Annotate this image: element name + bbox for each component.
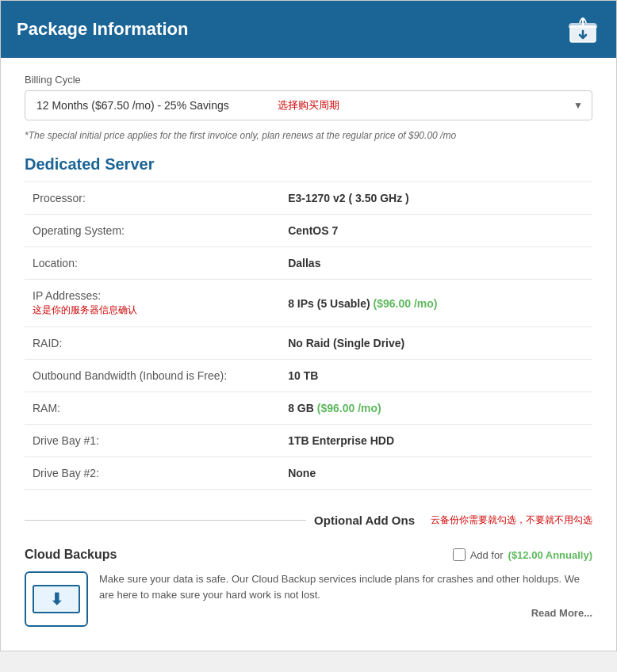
table-row: Drive Bay #2: None [25,457,592,490]
cloud-backups-checkbox[interactable] [453,548,466,561]
main-content: Billing Cycle 12 Months ($67.50 /mo) - 2… [1,58,616,651]
cloud-backups-body: ⬇ Make sure your data is safe. Our Cloud… [25,571,592,627]
cloud-backups-description-area: Make sure your data is safe. Our Cloud B… [99,571,592,619]
add-ons-divider: Optional Add Ons 云备份你需要就勾选，不要就不用勾选 [25,514,592,527]
row-label: RAM: [25,392,280,425]
page-header: Package Information [1,1,616,58]
row-label: IP Addresses: 这是你的服务器信息确认 [25,280,280,327]
row-label: Drive Bay #2: [25,457,280,490]
row-label: Drive Bay #1: [25,425,280,457]
table-row: Processor: E3-1270 v2 ( 3.50 GHz ) [25,182,592,215]
add-ons-annotation: 云备份你需要就勾选，不要就不用勾选 [431,514,592,527]
row-value: 8 GB ($96.00 /mo) [280,392,592,425]
cloud-backups-section: Cloud Backups Add for ($12.00 Annually) … [25,540,592,635]
table-row: Location: Dallas [25,247,592,280]
ram-price: ($96.00 /mo) [317,402,381,414]
row-value: 1TB Enterprise HDD [280,425,592,457]
monitor-icon: ⬇ [33,585,80,613]
download-arrow-icon: ⬇ [50,590,63,609]
row-value: 8 IPs (5 Usable) ($96.00 /mo) [280,280,592,327]
table-row: RAID: No Raid (Single Drive) [25,327,592,360]
row-value: 10 TB [280,360,592,392]
row-value: CentOS 7 [280,215,592,247]
add-ons-title: Optional Add Ons [314,514,415,527]
cloud-backups-add-label: Add for [470,549,504,561]
ip-annotation: 这是你的服务器信息确认 [33,304,272,317]
divider-line [25,520,306,521]
cloud-backups-icon-box: ⬇ [25,571,88,627]
read-more-link[interactable]: Read More... [99,607,592,619]
page-title: Package Information [17,19,188,40]
row-value: E3-1270 v2 ( 3.50 GHz ) [280,182,592,215]
table-row: Outbound Bandwidth (Inbound is Free): 10… [25,360,592,392]
table-row: RAM: 8 GB ($96.00 /mo) [25,392,592,425]
row-label: Location: [25,247,280,280]
row-label: Processor: [25,182,280,215]
cloud-backups-checkbox-area: Add for ($12.00 Annually) [453,548,592,561]
table-row: IP Addresses: 这是你的服务器信息确认 8 IPs (5 Usabl… [25,280,592,327]
server-info-table: Processor: E3-1270 v2 ( 3.50 GHz ) Opera… [25,181,592,490]
row-label: Operating System: [25,215,280,247]
table-row: Drive Bay #1: 1TB Enterprise HDD [25,425,592,457]
ip-price: ($96.00 /mo) [374,297,438,310]
cloud-backups-title: Cloud Backups [25,548,117,562]
row-value: None [280,457,592,490]
table-row: Operating System: CentOS 7 [25,215,592,247]
row-label: Outbound Bandwidth (Inbound is Free): [25,360,280,392]
row-value: Dallas [280,247,592,280]
billing-cycle-select[interactable]: 12 Months ($67.50 /mo) - 25% Savings 1 M… [25,90,592,120]
billing-note: *The special initial price applies for t… [25,130,592,141]
cloud-backups-header: Cloud Backups Add for ($12.00 Annually) [25,548,592,562]
package-icon [565,12,600,47]
row-label: RAID: [25,327,280,360]
cloud-backups-icon-inner: ⬇ [33,585,80,613]
billing-select-wrapper: 12 Months ($67.50 /mo) - 25% Savings 1 M… [25,90,592,120]
row-value: No Raid (Single Drive) [280,327,592,360]
billing-cycle-label: Billing Cycle [25,74,592,86]
cloud-backups-description: Make sure your data is safe. Our Cloud B… [99,573,580,601]
cloud-backups-price: ($12.00 Annually) [508,549,592,561]
dedicated-server-title: Dedicated Server [25,155,592,174]
